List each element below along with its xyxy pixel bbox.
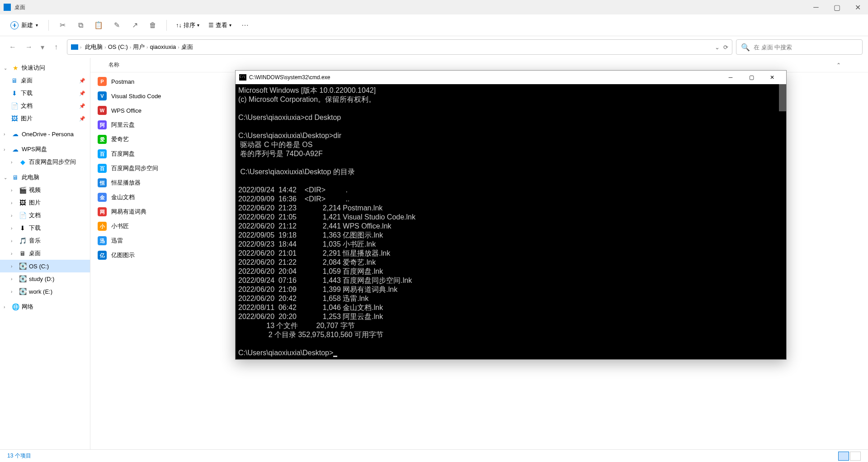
file-name: 迅雷 xyxy=(111,237,123,245)
app-icon: 亿 xyxy=(98,251,107,260)
cmd-cursor xyxy=(333,356,337,357)
breadcrumb-segment[interactable]: OS (C:) xyxy=(106,43,130,51)
sort-indicator[interactable]: ⌃ xyxy=(836,62,841,68)
search-input[interactable] xyxy=(754,44,858,51)
pc-icon xyxy=(71,44,78,50)
search-box[interactable]: 🔍 xyxy=(736,39,863,55)
app-icon: 恒 xyxy=(98,178,107,187)
app-icon: V xyxy=(98,91,107,100)
view-icons-button[interactable] xyxy=(850,452,861,461)
forward-button[interactable]: → xyxy=(22,40,36,54)
file-name: 百度网盘 xyxy=(111,150,135,158)
app-icon: 百 xyxy=(98,149,107,158)
copy-icon[interactable]: ⧉ xyxy=(72,17,89,33)
app-icon: P xyxy=(98,77,107,86)
sidebar-item-downloads[interactable]: ⬇下载📌 xyxy=(0,87,90,100)
sort-icon: ↑↓ xyxy=(176,22,182,29)
dropdown-history[interactable]: ▾ xyxy=(38,40,47,54)
cmd-terminal[interactable]: Microsoft Windows [版本 10.0.22000.1042] (… xyxy=(236,84,786,359)
file-name: WPS Office xyxy=(111,107,142,114)
view-button[interactable]: ☰ 查看 ▾ xyxy=(205,19,235,32)
address-bar[interactable]: › 此电脑›OS (C:)›用户›qiaoxiuxia›桌面 ⌄ ⟳ xyxy=(67,39,732,55)
breadcrumb-segment[interactable]: 桌面 xyxy=(179,43,195,51)
sidebar-item-drive-e[interactable]: ›💽work (E:) xyxy=(0,285,90,298)
cmd-window[interactable]: C:\WINDOWS\system32\cmd.exe ─ ▢ ✕ Micros… xyxy=(235,70,787,360)
file-name: 阿里云盘 xyxy=(111,121,135,129)
file-name: 金山文档 xyxy=(111,193,135,201)
close-button[interactable]: ✕ xyxy=(847,0,868,14)
refresh-icon[interactable]: ⟳ xyxy=(723,44,728,51)
more-icon[interactable]: ⋯ xyxy=(237,17,253,33)
sidebar-item-desktop[interactable]: 🖥桌面📌 xyxy=(0,74,90,87)
sidebar-item-music[interactable]: ›🎵音乐 xyxy=(0,234,90,247)
sort-button[interactable]: ↑↓ 排序 ▾ xyxy=(172,19,203,32)
plus-icon xyxy=(10,21,19,29)
cmd-icon xyxy=(239,74,246,81)
explorer-navbar: ← → ▾ ↑ › 此电脑›OS (C:)›用户›qiaoxiuxia›桌面 ⌄… xyxy=(0,36,868,58)
folder-icon xyxy=(4,4,11,11)
app-icon: 百 xyxy=(98,164,107,173)
sidebar-item-drive-c[interactable]: ›💽OS (C:) xyxy=(0,260,90,272)
status-bar: 13 个项目 xyxy=(0,449,868,462)
breadcrumb-segment[interactable]: qiaoxiuxia xyxy=(148,43,178,51)
sidebar-quick-access[interactable]: ⌄★快速访问 xyxy=(0,62,90,74)
sidebar-network[interactable]: ›🌐网络 xyxy=(0,300,90,313)
cut-icon[interactable]: ✂ xyxy=(54,17,71,33)
view-details-button[interactable] xyxy=(838,452,849,461)
maximize-button[interactable]: ▢ xyxy=(826,0,847,14)
app-icon: 迅 xyxy=(98,236,107,245)
sidebar-item-downloads2[interactable]: ›⬇下载 xyxy=(0,222,90,234)
new-button[interactable]: 新建 ▾ xyxy=(5,18,43,33)
view-icon: ☰ xyxy=(208,22,214,29)
delete-icon[interactable]: 🗑 xyxy=(145,17,161,33)
pin-icon: 📌 xyxy=(79,90,85,96)
sidebar-baidu-sync[interactable]: ›◆百度网盘同步空间 xyxy=(0,156,90,168)
sidebar-item-documents[interactable]: 📄文档📌 xyxy=(0,100,90,112)
breadcrumb-segment[interactable]: 用户 xyxy=(131,43,146,51)
sidebar-onedrive[interactable]: ›☁OneDrive - Persona xyxy=(0,128,90,140)
app-icon: 阿 xyxy=(98,120,107,129)
pin-icon: 📌 xyxy=(79,103,85,109)
sidebar-item-videos[interactable]: ›🎬视频 xyxy=(0,184,90,196)
paste-icon[interactable]: 📋 xyxy=(90,17,107,33)
file-name: 百度网盘同步空间 xyxy=(111,164,158,172)
window-title: 桌面 xyxy=(14,4,25,11)
pin-icon: 📌 xyxy=(79,78,85,84)
file-name: 亿图图示 xyxy=(111,251,135,259)
sidebar-item-documents2[interactable]: ›📄文档 xyxy=(0,209,90,222)
sidebar-item-desktop2[interactable]: ›🖥桌面 xyxy=(0,247,90,260)
explorer-toolbar: 新建 ▾ ✂ ⧉ 📋 ✎ ↗ 🗑 ↑↓ 排序 ▾ ☰ 查看 ▾ ⋯ xyxy=(0,14,868,36)
app-icon: 爱 xyxy=(98,135,107,144)
file-name: 小书匠 xyxy=(111,222,129,230)
file-name: 爱奇艺 xyxy=(111,135,129,143)
app-icon: 小 xyxy=(98,222,107,231)
separator xyxy=(166,20,167,31)
back-button[interactable]: ← xyxy=(5,40,20,54)
sidebar-item-pictures2[interactable]: ›🖼图片 xyxy=(0,196,90,209)
file-name: 网易有道词典 xyxy=(111,208,146,216)
share-icon[interactable]: ↗ xyxy=(127,17,143,33)
cmd-titlebar[interactable]: C:\WINDOWS\system32\cmd.exe ─ ▢ ✕ xyxy=(236,71,786,84)
explorer-sidebar: ⌄★快速访问 🖥桌面📌 ⬇下载📌 📄文档📌 🖼图片📌 ›☁OneDrive - … xyxy=(0,58,90,449)
cmd-maximize-button[interactable]: ▢ xyxy=(741,71,762,84)
rename-icon[interactable]: ✎ xyxy=(108,17,125,33)
search-icon: 🔍 xyxy=(741,43,750,52)
sidebar-wps[interactable]: ›☁WPS网盘 xyxy=(0,143,90,156)
breadcrumb-segment[interactable]: 此电脑 xyxy=(83,43,104,51)
sidebar-this-pc[interactable]: ⌄🖥此电脑 xyxy=(0,171,90,184)
cmd-scrollbar[interactable] xyxy=(779,84,786,111)
item-count: 13 个项目 xyxy=(7,452,31,460)
app-icon: 网 xyxy=(98,207,107,216)
sidebar-item-drive-d[interactable]: ›💽study (D:) xyxy=(0,272,90,285)
sidebar-item-pictures[interactable]: 🖼图片📌 xyxy=(0,112,90,125)
cmd-title-text: C:\WINDOWS\system32\cmd.exe xyxy=(249,74,330,81)
file-name: 恒星播放器 xyxy=(111,179,141,187)
file-name: Postman xyxy=(111,78,134,85)
cmd-minimize-button[interactable]: ─ xyxy=(720,71,741,84)
app-icon: W xyxy=(98,106,107,115)
cmd-close-button[interactable]: ✕ xyxy=(762,71,783,84)
up-button[interactable]: ↑ xyxy=(49,40,63,54)
chevron-down-icon[interactable]: ⌄ xyxy=(715,44,720,51)
minimize-button[interactable]: ─ xyxy=(806,0,826,14)
explorer-titlebar[interactable]: 桌面 ─ ▢ ✕ xyxy=(0,0,868,14)
